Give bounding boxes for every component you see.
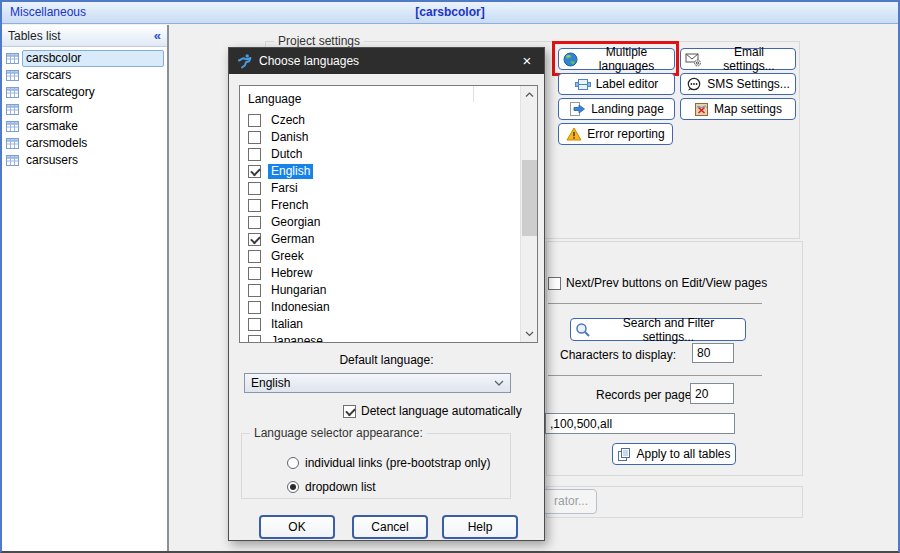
individual-links-label: individual links (pre-bootstrap only)	[305, 456, 490, 470]
table-list-item[interactable]: carsusers	[2, 152, 167, 169]
project-settings-label: Project settings	[274, 34, 364, 48]
scroll-down-icon[interactable]	[521, 325, 538, 342]
map-settings-button[interactable]: Map settings	[680, 98, 796, 120]
language-row[interactable]: German	[240, 231, 520, 248]
email-settings-button[interactable]: Email settings...	[680, 48, 796, 70]
button-label: SMS Settings...	[707, 77, 790, 91]
landing-page-button[interactable]: Landing page	[558, 98, 675, 120]
language-checkbox[interactable]	[248, 216, 261, 229]
cancel-button[interactable]: Cancel	[352, 515, 428, 539]
collapse-sidebar-button[interactable]: «	[154, 28, 161, 43]
dropdown-list-option[interactable]: dropdown list	[287, 480, 376, 494]
language-row[interactable]: English	[240, 163, 520, 180]
ok-button[interactable]: OK	[259, 515, 335, 539]
table-name: carsusers	[22, 152, 164, 169]
language-row[interactable]: Hungarian	[240, 282, 520, 299]
characters-to-display-input[interactable]	[692, 343, 734, 363]
individual-links-radio[interactable]	[287, 457, 299, 469]
table-list-item[interactable]: carsform	[2, 101, 167, 118]
language-label: Greek	[268, 249, 307, 264]
sms-settings-button[interactable]: SMS Settings...	[680, 73, 796, 95]
language-checkbox[interactable]	[248, 182, 261, 195]
button-label: Apply to all tables	[636, 447, 730, 461]
runner-app-icon	[237, 53, 253, 69]
language-checkbox[interactable]	[248, 199, 261, 212]
apply-to-all-tables-button[interactable]: Apply to all tables	[612, 443, 736, 465]
individual-links-option[interactable]: individual links (pre-bootstrap only)	[287, 456, 490, 470]
divider	[548, 375, 762, 376]
language-label: Danish	[268, 130, 311, 145]
language-checkbox[interactable]	[248, 301, 261, 314]
close-icon[interactable]: ×	[510, 48, 544, 74]
scroll-up-icon[interactable]	[521, 86, 538, 103]
listbox-scrollbar[interactable]	[520, 86, 537, 342]
window-titlebar[interactable]: Miscellaneous [carsbcolor]	[2, 2, 898, 24]
default-language-dropdown[interactable]: English	[244, 373, 511, 393]
language-row[interactable]: Farsi	[240, 180, 520, 197]
error-reporting-button[interactable]: Error reporting	[558, 123, 673, 145]
table-name: carsbcolor	[22, 50, 164, 67]
choose-languages-dialog: Choose languages × Language Czech Danish	[228, 47, 545, 541]
next-prev-checkbox-row[interactable]: Next/Prev buttons on Edit/View pages	[548, 276, 767, 290]
language-row[interactable]: Italian	[240, 316, 520, 333]
tables-sidebar: Tables list « carsbcolor	[2, 25, 169, 551]
button-label: Error reporting	[587, 127, 664, 141]
language-checkbox[interactable]	[248, 318, 261, 331]
label-editor-button[interactable]: Label editor	[558, 73, 675, 95]
dropdown-list-radio[interactable]	[287, 481, 299, 493]
table-list-item[interactable]: carsbcolor	[2, 50, 167, 67]
table-list-item[interactable]: carscars	[2, 67, 167, 84]
table-icon	[6, 87, 19, 98]
table-name: carsmake	[22, 118, 164, 135]
detect-language-checkbox[interactable]	[343, 405, 356, 418]
help-button[interactable]: Help	[442, 515, 518, 539]
dialog-titlebar[interactable]: Choose languages ×	[229, 48, 544, 74]
button-label: Landing page	[591, 102, 664, 116]
language-row[interactable]: Indonesian	[240, 299, 520, 316]
language-label: Georgian	[268, 215, 323, 230]
search-icon	[575, 322, 591, 338]
scrollbar-thumb[interactable]	[522, 160, 537, 236]
tables-list: carsbcolor carscars	[2, 47, 167, 169]
language-checkbox[interactable]	[248, 250, 261, 263]
warning-icon	[566, 127, 582, 141]
detect-language-row[interactable]: Detect language automatically	[343, 404, 522, 418]
language-row[interactable]: Hebrew	[240, 265, 520, 282]
language-checkbox[interactable]	[248, 131, 261, 144]
language-row[interactable]: Czech	[240, 112, 520, 129]
language-checkbox[interactable]	[248, 284, 261, 297]
language-checkbox[interactable]	[248, 335, 261, 343]
languages-listbox: Language Czech Danish Dutch	[239, 85, 538, 343]
dialog-title: Choose languages	[259, 54, 510, 68]
table-icon	[6, 121, 19, 132]
language-row[interactable]: Japanese	[240, 333, 520, 343]
multiple-languages-button[interactable]: Multiple languages	[558, 48, 675, 70]
language-row[interactable]: Dutch	[240, 146, 520, 163]
button-label: Email settings...	[707, 45, 791, 73]
button-label: Search and Filter settings...	[596, 316, 741, 344]
table-list-item[interactable]: carsmake	[2, 118, 167, 135]
language-label: German	[268, 232, 317, 247]
language-checkbox[interactable]	[248, 267, 261, 280]
language-row[interactable]: Danish	[240, 129, 520, 146]
map-icon	[694, 102, 709, 117]
search-filter-settings-button[interactable]: Search and Filter settings...	[570, 318, 746, 341]
table-list-item[interactable]: carsmodels	[2, 135, 167, 152]
language-label: Italian	[268, 317, 306, 332]
column-divider	[473, 86, 474, 102]
language-checkbox[interactable]	[248, 114, 261, 127]
language-row[interactable]: French	[240, 197, 520, 214]
next-prev-label: Next/Prev buttons on Edit/View pages	[566, 276, 767, 290]
table-icon	[6, 70, 19, 81]
landing-page-icon	[569, 102, 586, 117]
language-checkbox[interactable]	[248, 165, 261, 178]
language-checkbox[interactable]	[248, 148, 261, 161]
page-sizes-input[interactable]	[545, 413, 735, 434]
records-per-page-input[interactable]	[690, 383, 734, 404]
language-checkbox[interactable]	[248, 233, 261, 246]
language-row[interactable]: Georgian	[240, 214, 520, 231]
language-label: Czech	[268, 113, 308, 128]
next-prev-checkbox[interactable]	[548, 277, 561, 290]
language-row[interactable]: Greek	[240, 248, 520, 265]
table-list-item[interactable]: carscategory	[2, 84, 167, 101]
